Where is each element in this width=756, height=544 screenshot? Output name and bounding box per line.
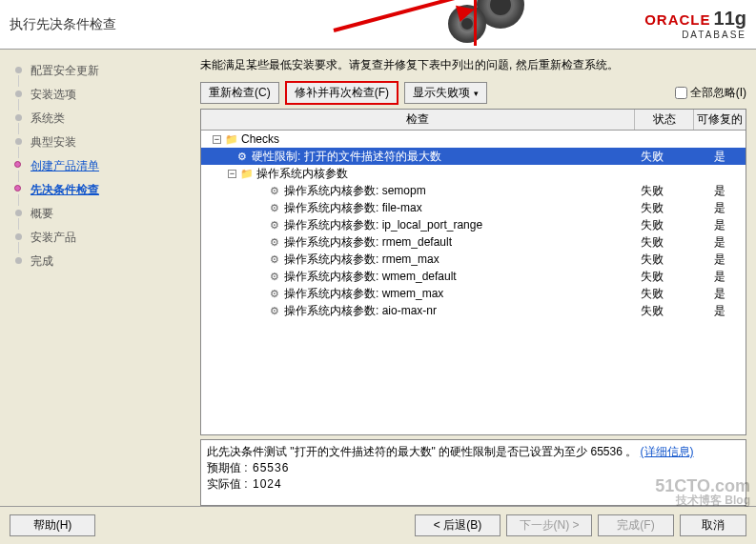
tree-item-5[interactable]: 操作系统内核参数: wmem_default失败是 [201,268,746,285]
toggle-icon[interactable]: − [213,135,221,144]
footer-bar: 帮助(H) < 后退(B) 下一步(N) > 完成(F) 取消 [0,506,756,544]
actual-value: : 1024 [244,477,281,491]
nav-item-7: 安装产品 [10,226,200,250]
folder-icon [240,167,254,180]
checks-tree[interactable]: −Checks硬性限制: 打开的文件描述符的最大数失败是−操作系统内核参数操作系… [201,131,746,434]
gear-icon [268,252,281,266]
tree-item-3[interactable]: 操作系统内核参数: rmem_default失败是 [201,233,746,251]
recheck-button[interactable]: 重新检查(C) [200,82,279,104]
gear-icon [268,304,281,317]
tree-group[interactable]: −操作系统内核参数 [201,165,746,182]
detail-text: 此先决条件测试 "打开的文件描述符的最大数" 的硬性限制是否已设置为至少 655… [207,445,637,458]
detail-link[interactable]: (详细信息) [641,445,694,458]
gear-icon [268,184,281,197]
gear-icon [268,218,281,232]
page-title: 执行先决条件检查 [10,16,116,33]
warning-message: 未能满足某些最低安装要求。请复查并修复下表中列出的问题, 然后重新检查系统。 [200,57,746,73]
nav-item-8: 完成 [10,250,200,273]
gear-icon [268,235,281,249]
gear-icon [235,150,249,163]
finish-button: 完成(F) [598,514,674,536]
ignore-all-checkbox[interactable]: 全部忽略(I) [675,85,746,101]
marker-vline [474,0,477,46]
tree-selected[interactable]: 硬性限制: 打开的文件描述符的最大数失败是 [201,148,746,165]
fix-and-recheck-button[interactable]: 修补并再次检查(F) [285,81,398,105]
tree-item-7[interactable]: 操作系统内核参数: aio-max-nr失败是 [201,302,746,319]
nav-sidebar: 配置安全更新安装选项系统类典型安装创建产品清单先决条件检查概要安装产品完成 [0,50,200,506]
help-button[interactable]: 帮助(H) [10,514,95,536]
tree-item-2[interactable]: 操作系统内核参数: ip_local_port_range失败是 [201,216,746,233]
tree-root[interactable]: −Checks [201,131,746,148]
col-status: 状态 [635,110,694,130]
folder-icon [225,132,238,146]
tree-item-4[interactable]: 操作系统内核参数: rmem_max失败是 [201,251,746,268]
show-failed-dropdown[interactable]: 显示失败项 [404,82,487,104]
nav-item-4[interactable]: 创建产品清单 [10,154,200,178]
checks-panel: 检查 状态 可修复的 −Checks硬性限制: 打开的文件描述符的最大数失败是−… [200,109,746,435]
expected-label: 预期值 [207,461,241,474]
tree-item-6[interactable]: 操作系统内核参数: wmem_max失败是 [201,285,746,302]
column-headers: 检查 状态 可修复的 [201,110,746,131]
gear-icon [268,270,281,283]
toolbar: 重新检查(C) 修补并再次检查(F) 显示失败项 全部忽略(I) [200,81,746,105]
header-bar: 执行先决条件检查 ORACLE 11g DATABASE [0,0,756,50]
tree-item-0[interactable]: 操作系统内核参数: semopm失败是 [201,182,746,199]
ignore-all-input[interactable] [675,87,687,99]
cancel-button[interactable]: 取消 [680,514,746,536]
detail-panel: 此先决条件测试 "打开的文件描述符的最大数" 的硬性限制是否已设置为至少 655… [200,439,746,506]
nav-item-3: 典型安装 [10,131,200,154]
nav-item-5[interactable]: 先决条件检查 [10,178,200,202]
nav-item-6: 概要 [10,202,200,226]
col-check: 检查 [201,110,635,130]
gear-icon [268,201,281,214]
tree-item-1[interactable]: 操作系统内核参数: file-max失败是 [201,199,746,216]
nav-item-0: 配置安全更新 [10,59,200,83]
col-fixable: 可修复的 [694,110,746,130]
nav-item-1: 安装选项 [10,83,200,107]
expected-value: : 65536 [244,461,289,474]
actual-label: 实际值 [207,477,241,491]
next-button: 下一步(N) > [506,514,592,536]
gear-icon [268,287,281,300]
brand-logo: ORACLE 11g DATABASE [644,8,746,40]
nav-item-2: 系统类 [10,107,200,131]
annotation-arrow [334,29,467,32]
back-button[interactable]: < 后退(B) [415,514,501,536]
toggle-icon[interactable]: − [228,170,236,178]
